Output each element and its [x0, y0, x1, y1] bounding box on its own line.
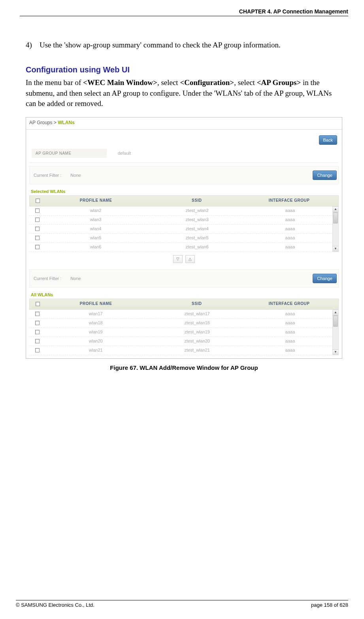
para-bold: <WEC Main Window> — [83, 78, 157, 87]
screenshot-figure: AP Groups > WLANs Back AP GROUP NAME def… — [26, 117, 342, 359]
cell-ssid: ztest_wlan21 — [147, 346, 248, 355]
breadcrumb-root[interactable]: AP Groups — [29, 120, 52, 125]
table-row[interactable]: wlan20ztest_wlan20aaaa — [29, 337, 332, 346]
cell-profile: wlan2 — [45, 206, 147, 215]
cell-interface: aaaa — [248, 206, 332, 215]
select-all-checkbox[interactable] — [36, 199, 40, 203]
para-text: , select — [234, 78, 257, 87]
row-checkbox[interactable] — [35, 312, 40, 316]
cell-interface: aaaa — [248, 216, 332, 224]
col-ssid-header: SSID — [146, 299, 247, 309]
scroll-up-icon[interactable]: ▲ — [333, 207, 338, 212]
cell-ssid: ztest_wlan18 — [147, 319, 248, 327]
step-number: 4) — [26, 41, 40, 49]
group-name-label: AP GROUP NAME — [32, 149, 107, 158]
row-checkbox[interactable] — [35, 339, 40, 343]
selected-table-header: PROFILE NAME SSID INTERFACE GROUP — [29, 195, 339, 206]
scroll-down-icon[interactable]: ▼ — [333, 246, 338, 252]
cell-profile: wlan4 — [45, 225, 147, 233]
col-profile-header: PROFILE NAME — [45, 196, 146, 206]
col-ssid-header: SSID — [146, 196, 247, 206]
cell-ssid: ztest_wlan19 — [147, 328, 248, 337]
all-table-header: PROFILE NAME SSID INTERFACE GROUP — [29, 299, 339, 310]
select-all-checkbox[interactable] — [36, 302, 40, 306]
all-wlans-label: All WLANs — [29, 288, 339, 299]
cell-profile: wlan20 — [45, 337, 147, 346]
chapter-title: CHAPTER 4. AP Connection Management — [239, 8, 348, 15]
cell-ssid: ztest_wlan17 — [147, 310, 248, 318]
table-row[interactable]: wlan2ztest_wlan2aaaa — [29, 206, 332, 216]
table-row[interactable]: wlan18ztest_wlan18aaaa — [29, 319, 332, 328]
filter-value: None — [70, 276, 81, 281]
selected-wlans-label: Selected WLANs — [29, 184, 339, 195]
cell-ssid: ztest_wlan4 — [147, 225, 248, 233]
para-bold: <Configuration> — [180, 78, 234, 87]
filter-label: Current Filter : — [34, 173, 61, 178]
move-up-button[interactable]: △ — [185, 255, 195, 263]
cell-profile: wlan19 — [45, 328, 147, 337]
cell-interface: aaaa — [248, 243, 332, 252]
cell-ssid: ztest_wlan20 — [147, 337, 248, 346]
cell-interface: aaaa — [248, 319, 332, 327]
change-button[interactable]: Change — [313, 274, 337, 283]
scrollbar[interactable]: ▲ ▼ — [332, 310, 339, 355]
selected-table-body-wrap: wlan2ztest_wlan2aaaawlan3ztest_wlan3aaaa… — [29, 206, 339, 252]
breadcrumb-sep: > — [54, 120, 57, 125]
back-button[interactable]: Back — [319, 135, 337, 145]
scrollbar[interactable]: ▲ ▼ — [332, 206, 339, 252]
cell-interface: aaaa — [248, 234, 332, 242]
cell-interface: aaaa — [248, 346, 332, 355]
table-row[interactable]: wlan17ztest_wlan17aaaa — [29, 310, 332, 319]
move-buttons-row: ▽ △ — [29, 252, 339, 266]
cell-interface: aaaa — [248, 337, 332, 346]
step-text: Use the 'show ap-group summary' command … — [40, 41, 281, 49]
selected-table-body: wlan2ztest_wlan2aaaawlan3ztest_wlan3aaaa… — [29, 206, 332, 252]
row-checkbox[interactable] — [35, 321, 40, 325]
cell-interface: aaaa — [248, 310, 332, 318]
all-table-body: wlan17ztest_wlan17aaaawlan18ztest_wlan18… — [29, 310, 332, 355]
scroll-down-icon[interactable]: ▼ — [333, 349, 338, 355]
breadcrumb: AP Groups > WLANs — [26, 117, 342, 130]
row-checkbox[interactable] — [35, 330, 40, 334]
move-down-button[interactable]: ▽ — [173, 255, 183, 263]
page-footer: © SAMSUNG Electronics Co., Ltd. page 158… — [16, 600, 348, 608]
cell-interface: aaaa — [248, 328, 332, 337]
table-row[interactable]: wlan19ztest_wlan19aaaa — [29, 328, 332, 337]
page-number: page 158 of 628 — [311, 602, 348, 608]
row-checkbox[interactable] — [35, 245, 40, 249]
table-row[interactable]: wlan3ztest_wlan3aaaa — [29, 216, 332, 225]
filter-row-all: Current Filter : None Change — [29, 269, 339, 288]
cell-profile: wlan5 — [45, 234, 147, 242]
table-row[interactable]: wlan4ztest_wlan4aaaa — [29, 225, 332, 234]
table-row[interactable]: wlan5ztest_wlan5aaaa — [29, 234, 332, 243]
change-button[interactable]: Change — [313, 170, 337, 180]
scroll-up-icon[interactable]: ▲ — [333, 310, 338, 316]
cell-profile: wlan18 — [45, 319, 147, 327]
row-checkbox[interactable] — [35, 227, 40, 231]
para-text: , select — [157, 78, 180, 87]
cell-profile: wlan17 — [45, 310, 147, 318]
group-name-value: default — [107, 151, 131, 155]
table-row[interactable]: wlan21ztest_wlan21aaaa — [29, 346, 332, 355]
row-checkbox[interactable] — [35, 208, 40, 213]
para-bold: <AP Groups> — [257, 78, 301, 87]
page-header: CHAPTER 4. AP Connection Management — [20, 8, 348, 16]
col-if-header: INTERFACE GROUP — [247, 299, 331, 309]
cell-interface: aaaa — [248, 225, 332, 233]
intro-paragraph: In the menu bar of <WEC Main Window>, se… — [26, 78, 342, 109]
table-row[interactable]: wlan6ztest_wlan6aaaa — [29, 243, 332, 252]
scroll-thumb[interactable] — [333, 316, 338, 327]
row-checkbox[interactable] — [35, 218, 40, 222]
cell-profile: wlan6 — [45, 243, 147, 252]
row-checkbox[interactable] — [35, 348, 40, 352]
filter-value: None — [70, 173, 81, 178]
content-area: 4) Use the 'show ap-group summary' comma… — [20, 17, 348, 371]
cell-ssid: ztest_wlan5 — [147, 234, 248, 242]
back-button-row: Back — [29, 130, 339, 147]
scroll-thumb[interactable] — [333, 212, 338, 223]
cell-ssid: ztest_wlan3 — [147, 216, 248, 224]
cell-ssid: ztest_wlan6 — [147, 243, 248, 252]
all-table-body-wrap: wlan17ztest_wlan17aaaawlan18ztest_wlan18… — [29, 310, 339, 355]
cell-profile: wlan21 — [45, 346, 147, 355]
row-checkbox[interactable] — [35, 236, 40, 240]
